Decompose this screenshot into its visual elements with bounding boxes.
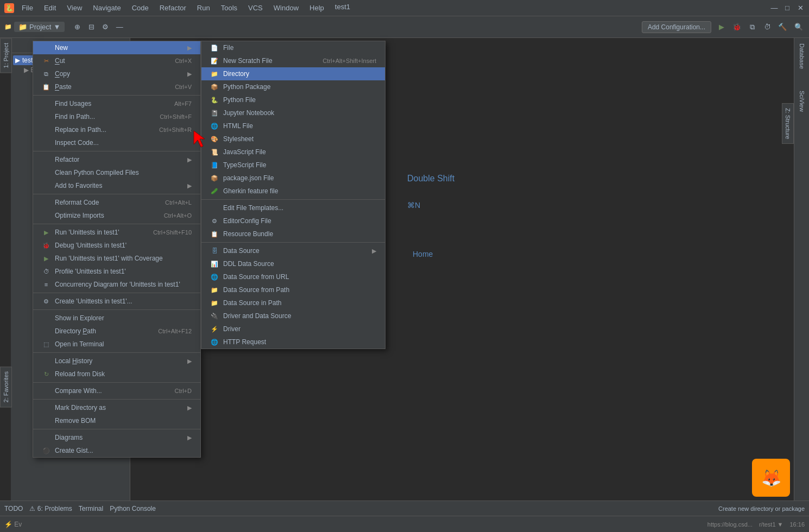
new-submenu-editorconfig[interactable]: ⚙ EditorConfig File <box>201 214 385 227</box>
new-submenu-typescript[interactable]: 📘 TypeScript File <box>201 159 385 172</box>
context-menu-open-terminal[interactable]: ⬚ Open in Terminal <box>33 338 200 351</box>
inspect-label: Inspect Code... <box>55 139 99 147</box>
new-submenu-data-source-path[interactable]: 📁 Data Source from Path <box>201 283 385 296</box>
new-submenu-python-package[interactable]: 📦 Python Package <box>201 80 385 93</box>
menu-file[interactable]: File <box>17 3 37 13</box>
project-selector[interactable]: 📁 Project ▼ <box>14 22 65 32</box>
python-console-button[interactable]: Python Console <box>110 505 156 512</box>
profile-button[interactable]: ⏱ <box>761 21 773 33</box>
problems-button[interactable]: ⚠ 6: Problems <box>29 505 72 512</box>
new-submenu-data-source-in-path[interactable]: 📁 Data Source in Path <box>201 296 385 309</box>
coverage-button[interactable]: ⧉ <box>746 21 758 33</box>
menu-help[interactable]: Help <box>305 3 328 13</box>
new-submenu-edit-templates[interactable]: Edit File Templates... <box>201 201 385 214</box>
structure-tab[interactable]: Z: Structure <box>782 103 794 144</box>
add-configuration-button[interactable]: Add Configuration... <box>642 21 711 33</box>
context-menu-remove-bom[interactable]: Remove BOM <box>33 414 200 427</box>
context-menu-run-coverage[interactable]: ▶ Run 'Unittests in test1' with Coverage <box>33 252 200 265</box>
context-menu-reload[interactable]: ↻ Reload from Disk <box>33 368 200 381</box>
context-menu-find-usages[interactable]: Find Usages Alt+F7 <box>33 97 200 110</box>
driver-icon: ⚡ <box>210 325 219 333</box>
edit-templates-label: Edit File Templates... <box>223 204 283 212</box>
menu-edit[interactable]: Edit <box>40 3 60 13</box>
context-menu-create[interactable]: ⚙ Create 'Unittests in test1'... <box>33 295 200 308</box>
data-source-path-icon: 📁 <box>210 286 219 294</box>
new-submenu-http-request[interactable]: 🌐 HTTP Request <box>201 335 385 349</box>
menu-refactor[interactable]: Refactor <box>155 3 191 13</box>
new-submenu-javascript[interactable]: 📜 JavaScript File <box>201 145 385 159</box>
menu-tools[interactable]: Tools <box>217 3 242 13</box>
search-everywhere-button[interactable]: 🔍 <box>793 21 805 33</box>
maximize-button[interactable]: □ <box>783 4 792 12</box>
diagrams-icon <box>42 433 50 442</box>
context-menu-create-gist[interactable]: ⚫ Create Gist... <box>33 444 200 457</box>
minimize-button[interactable]: — <box>770 4 779 12</box>
sidebar-tab-project[interactable]: 1: Project <box>0 38 12 73</box>
history-icon <box>42 357 50 365</box>
database-tab[interactable]: Database <box>797 38 807 74</box>
context-menu-run[interactable]: ▶ Run 'Unittests in test1' Ctrl+Shift+F1… <box>33 226 200 239</box>
toolbar-locate-icon[interactable]: ⊕ <box>71 21 83 33</box>
menu-code[interactable]: Code <box>128 3 153 13</box>
context-menu-debug[interactable]: 🐞 Debug 'Unittests in test1' <box>33 239 200 252</box>
menu-view[interactable]: View <box>62 3 86 13</box>
context-menu-find-in-path[interactable]: Find in Path... Ctrl+Shift+F <box>33 110 200 123</box>
javascript-icon: 📜 <box>210 148 219 156</box>
context-menu-dir-path[interactable]: Directory Path Ctrl+Alt+F12 <box>33 325 200 338</box>
new-submenu-data-source[interactable]: 🗄 Data Source ▶ <box>201 244 385 257</box>
new-submenu-python-file[interactable]: 🐍 Python File <box>201 93 385 106</box>
context-menu-favorites[interactable]: Add to Favorites ▶ <box>33 179 200 192</box>
toolbar-collapse-icon[interactable]: ⊟ <box>85 21 97 33</box>
menu-vcs[interactable]: VCS <box>244 3 267 13</box>
context-menu-paste[interactable]: 📋 Paste Ctrl+V <box>33 80 200 93</box>
menu-run[interactable]: Run <box>193 3 214 13</box>
context-menu-concurrency[interactable]: ≡ Concurrency Diagram for 'Unittests in … <box>33 278 200 291</box>
new-submenu-resource-bundle[interactable]: 📋 Resource Bundle <box>201 227 385 240</box>
new-submenu-ddl-data-source[interactable]: 📊 DDL Data Source <box>201 257 385 270</box>
debug-button[interactable]: 🐞 <box>731 21 743 33</box>
sidebar-tab-favorites[interactable]: 2: Favorites <box>0 366 12 407</box>
dir-path-shortcut: Ctrl+Alt+F12 <box>158 328 192 334</box>
context-menu-reformat[interactable]: Reformat Code Ctrl+Alt+L <box>33 196 200 209</box>
sciview-tab[interactable]: SciView <box>797 85 807 117</box>
build-button[interactable]: 🔨 <box>776 21 788 33</box>
new-submenu-jupyter[interactable]: 📓 Jupyter Notebook <box>201 106 385 119</box>
menu-navigate[interactable]: Navigate <box>89 3 125 13</box>
new-submenu-directory[interactable]: 📁 Directory <box>201 67 385 80</box>
new-submenu-html[interactable]: 🌐 HTML File <box>201 119 385 132</box>
new-item-icon <box>42 43 50 52</box>
close-button[interactable]: ✕ <box>796 4 805 12</box>
context-menu-refactor[interactable]: Refactor ▶ <box>33 153 200 166</box>
toolbar-settings-icon[interactable]: ⚙ <box>99 21 111 33</box>
new-submenu-driver[interactable]: ⚡ Driver <box>201 322 385 335</box>
context-menu-replace-in-path[interactable]: Replace in Path... Ctrl+Shift+R <box>33 123 200 136</box>
menu-window[interactable]: Window <box>269 3 303 13</box>
context-menu-profile[interactable]: ⏱ Profile 'Unittests in test1' <box>33 265 200 278</box>
new-submenu-gherkin[interactable]: 🥒 Gherkin feature file <box>201 185 385 198</box>
find-usages-shortcut: Alt+F7 <box>174 100 192 107</box>
context-menu-mark-dir[interactable]: Mark Directory as ▶ <box>33 401 200 414</box>
context-menu-cut[interactable]: ✂ Cut Ctrl+X <box>33 54 200 67</box>
new-submenu-file[interactable]: 📄 File <box>201 41 385 54</box>
new-submenu-stylesheet[interactable]: 🎨 Stylesheet <box>201 132 385 145</box>
context-menu-diagrams[interactable]: Diagrams ▶ <box>33 431 200 444</box>
separator-7 <box>33 352 200 353</box>
run-button[interactable]: ▶ <box>716 21 728 33</box>
context-menu-local-history[interactable]: Local History ▶ <box>33 354 200 368</box>
context-menu-optimize[interactable]: Optimize Imports Ctrl+Alt+O <box>33 209 200 222</box>
toolbar-minimize-icon[interactable]: — <box>113 21 125 33</box>
new-submenu-scratch[interactable]: 📝 New Scratch File Ctrl+Alt+Shift+Insert <box>201 54 385 67</box>
terminal-button[interactable]: Terminal <box>79 505 103 512</box>
todo-button[interactable]: TODO <box>4 505 23 512</box>
context-menu-inspect-code[interactable]: Inspect Code... <box>33 136 200 149</box>
paste-icon: 📋 <box>42 83 50 91</box>
app-icon: 🐍 <box>4 3 14 13</box>
context-menu-show-explorer[interactable]: Show in Explorer <box>33 312 200 325</box>
context-menu-clean-compiled[interactable]: Clean Python Compiled Files <box>33 166 200 179</box>
new-submenu-data-source-url[interactable]: 🌐 Data Source from URL <box>201 270 385 283</box>
new-submenu-packagejson[interactable]: 📦 package.json File <box>201 172 385 185</box>
context-menu-new[interactable]: New ▶ <box>33 41 200 54</box>
new-submenu-driver-data-source[interactable]: 🔌 Driver and Data Source <box>201 309 385 322</box>
context-menu-copy[interactable]: ⧉ Copy ▶ <box>33 67 200 80</box>
context-menu-compare[interactable]: Compare With... Ctrl+D <box>33 384 200 397</box>
